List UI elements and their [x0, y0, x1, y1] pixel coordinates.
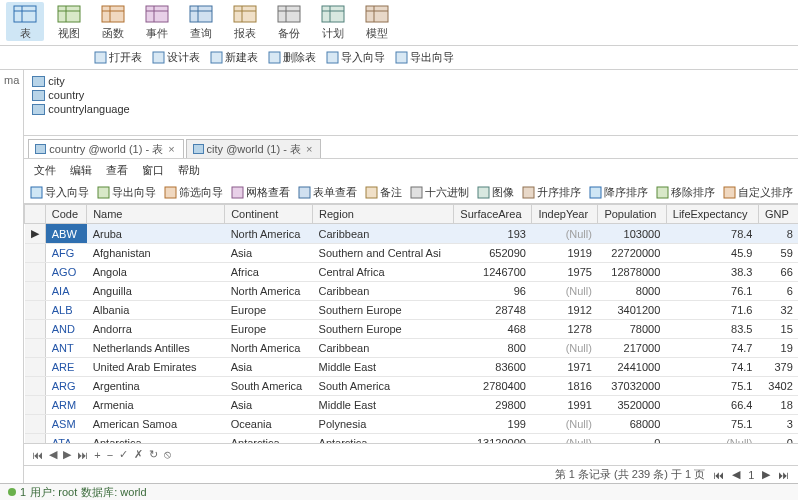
cell[interactable]: 71.6 [666, 301, 758, 320]
cell[interactable]: Armenia [87, 396, 225, 415]
ribbon-schedule[interactable]: 计划 [314, 2, 352, 41]
toolbar-btn[interactable]: 网格查看 [231, 185, 290, 200]
ribbon-query[interactable]: 查询 [182, 2, 220, 41]
ribbon-event[interactable]: 事件 [138, 2, 176, 41]
cell[interactable]: North America [225, 224, 313, 244]
cell[interactable]: 1278 [532, 320, 598, 339]
cell[interactable]: (Null) [532, 415, 598, 434]
cell[interactable]: 66 [758, 263, 798, 282]
cell[interactable]: AGO [45, 263, 86, 282]
cell[interactable]: 0 [758, 434, 798, 444]
cell[interactable]: 66.4 [666, 396, 758, 415]
subbar-btn[interactable]: 删除表 [264, 48, 320, 67]
object-item[interactable]: countrylanguage [32, 102, 791, 116]
cell[interactable]: 1919 [532, 244, 598, 263]
object-item[interactable]: country [32, 88, 791, 102]
cell[interactable]: 468 [454, 320, 532, 339]
grid-wrapper[interactable]: CodeNameContinentRegionSurfaceAreaIndepY… [24, 204, 798, 443]
cell[interactable]: Europe [225, 320, 313, 339]
cell[interactable]: ABW [45, 224, 86, 244]
subbar-btn[interactable]: 新建表 [206, 48, 262, 67]
cell[interactable]: 3402 [758, 377, 798, 396]
cell[interactable]: North America [225, 282, 313, 301]
cell[interactable]: 1912 [532, 301, 598, 320]
cell[interactable]: South America [225, 377, 313, 396]
cell[interactable]: 96 [454, 282, 532, 301]
table-row[interactable]: AREUnited Arab EmiratesAsiaMiddle East83… [25, 358, 798, 377]
ribbon-table[interactable]: 表 [6, 2, 44, 41]
toolbar-btn[interactable]: 表单查看 [298, 185, 357, 200]
toolbar-btn[interactable]: 图像 [477, 185, 514, 200]
cell[interactable]: (Null) [532, 282, 598, 301]
cell[interactable]: (Null) [666, 434, 758, 444]
cell[interactable]: 37032000 [598, 377, 666, 396]
toolbar-btn[interactable]: 升序排序 [522, 185, 581, 200]
col-header[interactable]: Continent [225, 205, 313, 224]
cell[interactable]: AND [45, 320, 86, 339]
cell[interactable]: ANT [45, 339, 86, 358]
cell[interactable]: ARG [45, 377, 86, 396]
cell[interactable]: United Arab Emirates [87, 358, 225, 377]
table-row[interactable]: AIAAnguillaNorth AmericaCaribbean96(Null… [25, 282, 798, 301]
cell[interactable]: 8 [758, 224, 798, 244]
nav-first[interactable]: ⏮ [32, 449, 43, 461]
subbar-btn[interactable]: 打开表 [90, 48, 146, 67]
subbar-btn[interactable]: 导入向导 [322, 48, 389, 67]
cell[interactable]: 103000 [598, 224, 666, 244]
toolbar-btn[interactable]: 十六进制 [410, 185, 469, 200]
subbar-btn[interactable]: 设计表 [148, 48, 204, 67]
cell[interactable]: 1246700 [454, 263, 532, 282]
cell[interactable]: AFG [45, 244, 86, 263]
cell[interactable]: Argentina [87, 377, 225, 396]
table-row[interactable]: AFGAfghanistanAsiaSouthern and Central A… [25, 244, 798, 263]
cell[interactable]: 78.4 [666, 224, 758, 244]
cell[interactable]: Middle East [313, 358, 454, 377]
cell[interactable]: 379 [758, 358, 798, 377]
page-first[interactable]: ⏮ [713, 469, 724, 481]
cell[interactable]: Southern Europe [313, 320, 454, 339]
cell[interactable]: Caribbean [313, 224, 454, 244]
cell[interactable]: (Null) [532, 224, 598, 244]
page-prev[interactable]: ◀ [732, 468, 740, 481]
menu-item[interactable]: 帮助 [178, 163, 200, 178]
col-header[interactable]: IndepYear [532, 205, 598, 224]
cell[interactable]: ARE [45, 358, 86, 377]
cell[interactable]: 29800 [454, 396, 532, 415]
cell[interactable]: South America [313, 377, 454, 396]
cell[interactable]: Anguilla [87, 282, 225, 301]
cell[interactable]: Caribbean [313, 282, 454, 301]
cell[interactable]: 8000 [598, 282, 666, 301]
cell[interactable]: Andorra [87, 320, 225, 339]
cell[interactable]: 1991 [532, 396, 598, 415]
cell[interactable]: 75.1 [666, 415, 758, 434]
table-row[interactable]: AGOAngolaAfricaCentral Africa12467001975… [25, 263, 798, 282]
cell[interactable]: 76.1 [666, 282, 758, 301]
page-next[interactable]: ▶ [762, 468, 770, 481]
toolbar-btn[interactable]: 降序排序 [589, 185, 648, 200]
cell[interactable]: Asia [225, 358, 313, 377]
nav-prev[interactable]: ◀ [49, 448, 57, 461]
cell[interactable]: 22720000 [598, 244, 666, 263]
toolbar-btn[interactable]: 备注 [365, 185, 402, 200]
cell[interactable]: Asia [225, 244, 313, 263]
ribbon-view[interactable]: 视图 [50, 2, 88, 41]
cell[interactable]: 0 [598, 434, 666, 444]
table-row[interactable]: ALBAlbaniaEuropeSouthern Europe287481912… [25, 301, 798, 320]
nav-commit[interactable]: ✓ [119, 448, 128, 461]
cell[interactable]: North America [225, 339, 313, 358]
nav-refresh[interactable]: ↻ [149, 448, 158, 461]
cell[interactable]: Africa [225, 263, 313, 282]
cell[interactable]: 78000 [598, 320, 666, 339]
col-header[interactable]: LifeExpectancy [666, 205, 758, 224]
cell[interactable]: 13120000 [454, 434, 532, 444]
menu-item[interactable]: 编辑 [70, 163, 92, 178]
cell[interactable]: ARM [45, 396, 86, 415]
toolbar-btn[interactable]: 导出向导 [97, 185, 156, 200]
cell[interactable]: 38.3 [666, 263, 758, 282]
cell[interactable]: 193 [454, 224, 532, 244]
table-row[interactable]: ATAAntarcticaAntarcticaAntarctica1312000… [25, 434, 798, 444]
object-item[interactable]: city [32, 74, 791, 88]
col-header[interactable]: Region [313, 205, 454, 224]
cell[interactable]: 45.9 [666, 244, 758, 263]
tab[interactable]: country @world (1) - 表× [28, 139, 183, 159]
